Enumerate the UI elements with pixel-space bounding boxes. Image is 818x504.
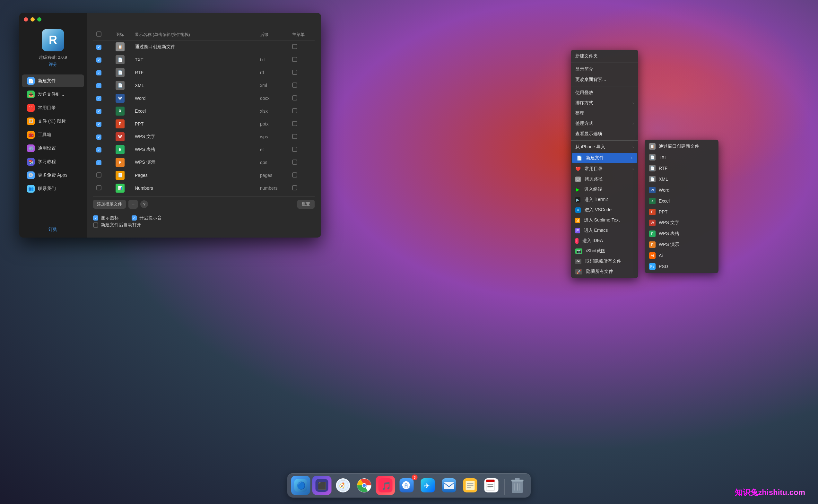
cell-name[interactable]: PPT (132, 117, 257, 130)
menu-checkbox[interactable] (292, 134, 297, 139)
sub-word[interactable]: W Word (645, 185, 718, 196)
dock-safari[interactable]: 🧭 (334, 476, 353, 495)
ctx-terminal[interactable]: ▶ 进入终端 (571, 184, 638, 195)
ctx-common-dirs[interactable]: ❤️ 常用目录 › (571, 164, 638, 174)
ctx-hide-all[interactable]: 🚀 隐藏所有文件 (571, 266, 638, 277)
dock-airmail[interactable]: ✈ (418, 476, 438, 495)
row-checkbox[interactable] (96, 45, 101, 50)
ctx-get-info[interactable]: 显示简介 (571, 64, 638, 74)
cell-menu[interactable] (289, 66, 315, 79)
cell-name[interactable]: Numbers (132, 182, 257, 195)
sidebar-item-new-file[interactable]: 📄 新建文件 (22, 74, 84, 87)
dock-notes[interactable] (461, 476, 480, 495)
maximize-button[interactable] (37, 17, 41, 22)
sub-wps-text[interactable]: W WPS 文字 (645, 217, 718, 228)
ctx-show-hidden[interactable]: 👁 取消隐藏所有文件 (571, 256, 638, 266)
subscribe-button[interactable]: 订购 (43, 222, 63, 238)
dock-appstore[interactable]: 🅐 3 (397, 476, 416, 495)
ctx-import-iphone[interactable]: 从 iPhone 导入 › (571, 142, 638, 152)
remove-button[interactable]: − (128, 200, 138, 209)
row-checkbox[interactable] (96, 122, 101, 127)
dock-finder[interactable]: 🔵 (291, 476, 310, 495)
ctx-cleanup-by[interactable]: 整理方式 › (571, 118, 638, 129)
ctx-sort-by[interactable]: 排序方式 › (571, 98, 638, 108)
dock-trash[interactable] (508, 476, 527, 495)
cell-name[interactable]: WPS 表格 (132, 143, 257, 156)
row-checkbox[interactable] (96, 83, 101, 88)
cell-checkbox[interactable] (93, 53, 112, 66)
cell-menu[interactable] (289, 40, 315, 54)
cell-menu[interactable] (289, 169, 315, 182)
cell-checkbox[interactable] (93, 117, 112, 130)
menu-checkbox[interactable] (292, 185, 297, 190)
ctx-use-stacks[interactable]: 使用叠放 (571, 88, 638, 98)
row-checkbox[interactable] (96, 57, 101, 63)
dock-music[interactable]: 🎵 (376, 476, 395, 495)
ctx-iterm2[interactable]: ▶ 进入 iTerm2 (571, 195, 638, 205)
row-checkbox[interactable] (96, 185, 101, 190)
ctx-sublime[interactable]: S 进入 Sublime Text (571, 215, 638, 225)
sub-excel[interactable]: X Excel (645, 196, 718, 206)
row-checkbox[interactable] (96, 135, 101, 140)
cell-checkbox[interactable] (93, 143, 112, 156)
menu-checkbox[interactable] (292, 121, 297, 126)
cell-name[interactable]: XML (132, 79, 257, 92)
ctx-display-opts[interactable]: 查看显示选项 (571, 129, 638, 139)
ctx-emacs[interactable]: E 进入 Emacs (571, 225, 638, 236)
sub-ai[interactable]: Ai Ai (645, 250, 718, 261)
menu-checkbox[interactable] (292, 95, 297, 100)
cell-checkbox[interactable] (93, 79, 112, 92)
sub-win-create[interactable]: 📋 通过窗口创建新文件 (645, 141, 718, 152)
cell-checkbox[interactable] (93, 105, 112, 117)
sub-wps-sheet[interactable]: E WPS 表格 (645, 228, 718, 239)
sub-rtf[interactable]: 📄 RTF (645, 163, 718, 174)
cell-checkbox[interactable] (93, 169, 112, 182)
ctx-vscode[interactable]: ✦ 进入 VSCode (571, 205, 638, 215)
menu-checkbox[interactable] (292, 172, 297, 178)
sub-psd[interactable]: Ps PSD (645, 261, 718, 272)
add-template-button[interactable]: 添加模版文件 (93, 200, 126, 209)
menu-checkbox[interactable] (292, 83, 297, 88)
sidebar-item-toolbox[interactable]: 🧰 工具箱 (22, 128, 84, 141)
auto-open-option[interactable]: 新建文件后自动打开 (93, 222, 141, 228)
menu-checkbox[interactable] (292, 70, 297, 75)
menu-checkbox[interactable] (292, 44, 297, 49)
cell-menu[interactable] (289, 143, 315, 156)
row-checkbox[interactable] (96, 96, 101, 101)
row-checkbox[interactable] (96, 172, 101, 178)
ctx-change-bg[interactable]: 更改桌面背景... (571, 74, 638, 85)
reset-button[interactable]: 重置 (297, 200, 315, 209)
ctx-idea[interactable]: I 进入 IDEA (571, 236, 638, 246)
sub-ppt[interactable]: P PPT (645, 206, 718, 217)
ctx-ishot[interactable]: 📷 iShot截图 (571, 246, 638, 256)
sub-txt[interactable]: 📄 TXT (645, 152, 718, 163)
row-checkbox[interactable] (96, 160, 101, 165)
rating-link[interactable]: 评分 (49, 62, 57, 67)
ctx-copy-path[interactable]: ⬡ 拷贝路径 (571, 174, 638, 184)
cell-menu[interactable] (289, 156, 315, 169)
sidebar-item-contact-us[interactable]: 👥 联系我们 (22, 182, 84, 195)
cell-name[interactable]: Pages (132, 169, 257, 182)
row-checkbox[interactable] (96, 109, 101, 114)
ctx-cleanup[interactable]: 整理 (571, 108, 638, 118)
sidebar-item-tutorials[interactable]: 📚 学习教程 (22, 155, 84, 168)
cell-menu[interactable] (289, 79, 315, 92)
cell-checkbox[interactable] (93, 40, 112, 54)
cell-menu[interactable] (289, 105, 315, 117)
cell-name[interactable]: Word (132, 92, 257, 105)
dock-launchpad[interactable]: ⬛ (312, 476, 332, 495)
cell-checkbox[interactable] (93, 66, 112, 79)
dock-chrome[interactable] (355, 476, 374, 495)
dock-textedit[interactable] (482, 476, 501, 495)
sidebar-item-send-to[interactable]: 📤 发送文件到... (22, 88, 84, 101)
cell-menu[interactable] (289, 92, 315, 105)
cell-checkbox[interactable] (93, 182, 112, 195)
cell-name[interactable]: WPS 文字 (132, 130, 257, 143)
minimize-button[interactable] (30, 17, 35, 22)
menu-checkbox[interactable] (292, 160, 297, 165)
cell-checkbox[interactable] (93, 92, 112, 105)
cell-name[interactable]: RTF (132, 66, 257, 79)
sub-wps-ppt[interactable]: P WPS 演示 (645, 239, 718, 250)
header-checkbox[interactable] (96, 31, 101, 37)
cell-menu[interactable] (289, 53, 315, 66)
